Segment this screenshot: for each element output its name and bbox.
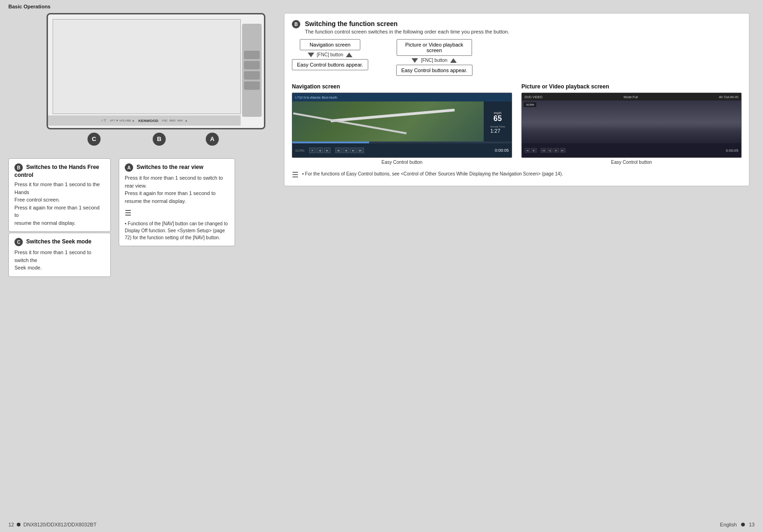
nav-mini-btn-1: ▼ bbox=[309, 148, 316, 153]
nav-mini-btn-3: ▶ bbox=[324, 148, 331, 153]
pic-box: Picture or Video playback screen bbox=[397, 39, 473, 56]
diag-col-nav: Navigation screen [FNC] button Easy Cont… bbox=[292, 39, 368, 70]
nav-screen-example: Navigation screen I-710 N to Atlantic Bl… bbox=[292, 83, 512, 165]
device-side-buttons bbox=[242, 24, 262, 117]
dvd-btn-5: ▶ bbox=[554, 148, 559, 153]
footer-right: English 13 bbox=[720, 522, 755, 527]
nav-map-area bbox=[292, 101, 484, 143]
arrow-down-left bbox=[308, 53, 314, 57]
device-illustration: ○ ▽ ATT ▼ VOLUME ▲ KENWOOD FNC BND NAV ▲… bbox=[37, 13, 275, 148]
dvd-top-bar: DVD VIDEO Mode:Full AV Out:AV-IN bbox=[522, 93, 741, 101]
nav-elapsed: 0:00:05 bbox=[495, 148, 509, 153]
device-screen bbox=[53, 19, 241, 114]
footer-left: 12 DNX8120/DDX812/DDX8032BT bbox=[8, 522, 96, 527]
nav-box: Navigation screen bbox=[300, 39, 360, 50]
badge-b1: B bbox=[14, 163, 23, 172]
device-frame: ○ ▽ ATT ▼ VOLUME ▲ KENWOOD FNC BND NAV ▲ bbox=[47, 13, 265, 129]
right-panel-note: ☰ • For the functions of Easy Control bu… bbox=[292, 170, 742, 179]
note-icon: ☰ bbox=[292, 170, 298, 179]
nav-screen-image: I-710 N to Atlantic Blvd-North mph 65 Ar… bbox=[292, 93, 512, 158]
box-seek-mode: C Switches the Seek mode Press it for mo… bbox=[8, 233, 111, 277]
footer-dot-right bbox=[741, 523, 745, 526]
footer-page-num: 12 bbox=[8, 522, 14, 527]
dvd-btn-2: ▶ bbox=[531, 148, 537, 153]
box-hands-free: B Switches to the Hands Free control Pre… bbox=[8, 158, 111, 232]
dvd-overlay: SCRN bbox=[524, 102, 536, 107]
screens-section: Navigation screen I-710 N to Atlantic Bl… bbox=[292, 83, 742, 165]
nav-arrival: Arrival Time 1:27 bbox=[490, 125, 505, 134]
arrow-up-left bbox=[346, 53, 352, 57]
dvd-controls: ◀ ▶ bbox=[525, 148, 537, 153]
box-seek-mode-text: Press it for more than 1 second to switc… bbox=[14, 249, 105, 272]
easy-box-right: Easy Control buttons appear. bbox=[396, 65, 473, 76]
box-hands-free-text: Press it for more than 1 second to the H… bbox=[14, 181, 105, 227]
diag-arrows-left: [FNC] button bbox=[308, 52, 353, 57]
nav-mini-btn-5: ◀ bbox=[343, 148, 349, 153]
nav-bottom-bar: SCRN ▼ ◀ ▶ |◀ ◀ ▶ ▶| 0:00:05 bbox=[292, 143, 512, 157]
label-c: C bbox=[88, 133, 101, 146]
diag-arrows-right: [FNC] button bbox=[412, 58, 457, 63]
box-rear-view: A Switches to the rear view Press it for… bbox=[119, 158, 235, 246]
nav-mini-btn-6: ▶ bbox=[350, 148, 357, 153]
right-panel-subtitle: The function control screen switches in … bbox=[305, 29, 509, 34]
nav-mini-btn-4: |◀ bbox=[335, 148, 342, 153]
easy-box-left: Easy Control buttons appear. bbox=[292, 59, 368, 70]
right-panel-title: Switching the function screen bbox=[305, 20, 509, 27]
badge-c: C bbox=[14, 238, 23, 246]
dvd-time: 0:00:05 bbox=[726, 148, 738, 153]
nav-btn-group-2: |◀ ◀ ▶ ▶| bbox=[335, 148, 364, 153]
dvd-btn-3: |◀ bbox=[540, 148, 546, 153]
dvd-screen-example: Picture or Video playback screen DVD VID… bbox=[521, 83, 742, 165]
nav-road-1 bbox=[331, 108, 455, 122]
note-text: • For the functions of Easy Control butt… bbox=[302, 170, 563, 177]
dvd-btn-1: ◀ bbox=[525, 148, 530, 153]
dvd-screen-image: DVD VIDEO Mode:Full AV Out:AV-IN SCRN ◀ … bbox=[521, 93, 742, 158]
nav-speed: mph 65 bbox=[493, 111, 502, 122]
device-controls-bar: ○ ▽ ATT ▼ VOLUME ▲ KENWOOD FNC BND NAV ▲ bbox=[48, 115, 241, 126]
box-seek-mode-title: C Switches the Seek mode bbox=[14, 238, 105, 246]
footer: 12 DNX8120/DDX812/DDX8032BT English 13 bbox=[0, 522, 763, 527]
nav-btn-group: ▼ ◀ ▶ bbox=[309, 148, 331, 153]
arrow-up-right bbox=[450, 58, 457, 63]
dvd-bottom-bar: ◀ ▶ |◀ ◀ ▶ ▶| 0:00:05 bbox=[522, 143, 741, 157]
nav-mini-btn-2: ◀ bbox=[317, 148, 323, 153]
dvd-controls-2: |◀ ◀ ▶ ▶| bbox=[540, 148, 566, 153]
badge-a: A bbox=[125, 163, 133, 172]
nav-screen-label: Navigation screen bbox=[292, 83, 512, 90]
right-panel: B Switching the function screen The func… bbox=[284, 13, 749, 186]
nav-side-panel: mph 65 Arrival Time 1:27 bbox=[484, 101, 512, 143]
box-hands-free-title: B Switches to the Hands Free control bbox=[14, 163, 105, 178]
dvd-city-bg bbox=[522, 122, 741, 143]
box-rear-view-title: A Switches to the rear view bbox=[125, 163, 229, 172]
badge-b2: B bbox=[292, 20, 300, 28]
dvd-screen-label: Picture or Video playback screen bbox=[521, 83, 742, 90]
arrow-down-right bbox=[412, 58, 418, 63]
dvd-video-area: SCRN bbox=[522, 101, 741, 143]
box-rear-view-text: Press it for more than 1 second to switc… bbox=[125, 174, 229, 241]
footer-dot bbox=[17, 523, 20, 526]
dvd-btn-4: ◀ bbox=[547, 148, 553, 153]
footer-model: DNX8120/DDX812/DDX8032BT bbox=[23, 522, 96, 527]
right-panel-header: B Switching the function screen The func… bbox=[292, 20, 742, 34]
nav-mini-btn-7: ▶| bbox=[358, 148, 364, 153]
dvd-easy-ctrl-label: Easy Control button bbox=[521, 160, 742, 165]
label-b: B bbox=[153, 133, 166, 146]
page-title: Basic Operations bbox=[8, 4, 50, 9]
diag-col-pic: Picture or Video playback screen [FNC] b… bbox=[396, 39, 473, 76]
box-rear-view-note: ☰ • Functions of the [NAV] button can be… bbox=[125, 208, 229, 241]
switching-diagram: Navigation screen [FNC] button Easy Cont… bbox=[292, 39, 742, 76]
label-a: A bbox=[206, 133, 219, 146]
nav-easy-ctrl-label: Easy Control button bbox=[292, 160, 512, 165]
nav-top-bar: I-710 N to Atlantic Blvd-North bbox=[292, 93, 512, 101]
dvd-btn-6: ▶| bbox=[560, 148, 566, 153]
